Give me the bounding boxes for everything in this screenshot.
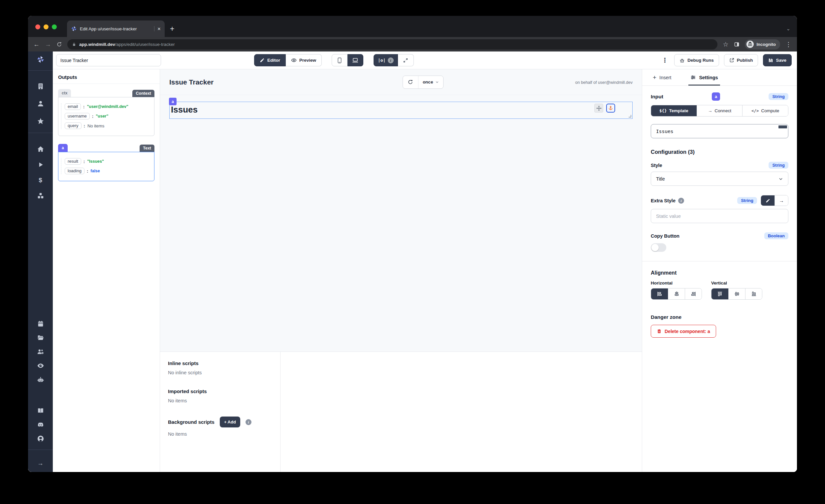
address-bar[interactable]: app.windmill.dev/apps/edit/u/user/issue-…	[67, 39, 718, 50]
resources-icon[interactable]	[36, 192, 45, 200]
save-button[interactable]: Save	[763, 54, 792, 66]
desktop-view-button[interactable]	[348, 54, 363, 66]
output-id-a[interactable]: a	[58, 144, 68, 152]
background-scripts-empty: No items	[168, 431, 272, 437]
template-mode-button[interactable]: ${} Template	[651, 105, 697, 116]
docs-book-icon[interactable]	[36, 407, 45, 415]
toggle-knob	[652, 244, 659, 251]
anchor-icon[interactable]	[606, 103, 615, 113]
preview-button[interactable]: Preview	[286, 54, 322, 66]
tab-settings[interactable]: Settings	[688, 69, 720, 85]
ai-robot-icon[interactable]	[36, 376, 45, 384]
text-component-a[interactable]: a Issues	[169, 102, 632, 119]
workspace-icon[interactable]	[36, 82, 45, 90]
refresh-icon[interactable]	[403, 76, 418, 88]
outputs-title: Outputs	[53, 69, 160, 84]
windmill-favicon-icon	[71, 26, 77, 32]
imported-scripts-empty: No items	[168, 398, 272, 403]
connect-arrow-button[interactable]: →	[774, 195, 788, 206]
variables-dollar-icon[interactable]: $	[36, 176, 45, 184]
align-center-v-button[interactable]	[728, 288, 745, 299]
new-tab-button[interactable]: +	[170, 25, 174, 33]
copy-button-toggle[interactable]	[651, 243, 666, 252]
runs-play-icon[interactable]	[36, 161, 45, 169]
refresh-control: once	[402, 76, 444, 89]
component-id-badge: a	[169, 98, 176, 105]
user-icon[interactable]	[36, 100, 45, 107]
more-options-kebab-icon[interactable]: ⋮	[660, 57, 669, 64]
align-right-button[interactable]	[685, 288, 701, 299]
output-card-ctx: ctx Context email : "user@windmill.dev"	[58, 89, 154, 136]
favorites-star-icon[interactable]	[36, 117, 45, 125]
groups-icon[interactable]	[36, 348, 45, 356]
github-icon[interactable]	[36, 435, 45, 443]
tab-close-icon[interactable]: ×	[157, 26, 161, 32]
align-bottom-button[interactable]	[745, 288, 762, 299]
align-center-h-button[interactable]	[668, 288, 685, 299]
discord-icon[interactable]	[36, 421, 45, 429]
resize-handle[interactable]	[629, 115, 631, 118]
tab-separator	[154, 26, 154, 31]
debug-runs-button[interactable]: Debug Runs	[674, 54, 719, 66]
vertical-label: Vertical	[711, 281, 762, 286]
app-canvas: Issue Tracker once	[160, 69, 642, 472]
extra-style-input[interactable]	[651, 209, 789, 223]
outputs-panel: Outputs ctx Context email	[53, 69, 160, 472]
input-mode-tabs: ${} Template → Connect </> Compute	[651, 105, 789, 117]
bookmark-star-icon[interactable]: ☆	[723, 41, 728, 48]
mobile-view-button[interactable]	[332, 54, 348, 66]
align-top-button[interactable]	[711, 288, 728, 299]
browser-menu-icon[interactable]: ⋮	[785, 41, 792, 48]
connect-mode-button[interactable]: → Connect	[697, 105, 743, 116]
collapse-sidebar-arrow-icon[interactable]: →	[36, 459, 45, 467]
output-row[interactable]: query : No items	[65, 123, 151, 129]
selected-component-badge: a	[712, 92, 720, 101]
incognito-label: Incognito	[757, 42, 776, 47]
background-scripts-title: Background scripts	[168, 419, 215, 425]
component-text: Issues	[171, 104, 198, 115]
schedules-calendar-icon[interactable]	[36, 320, 45, 328]
folders-icon[interactable]	[36, 334, 45, 342]
delete-component-button[interactable]: Delete component: a	[651, 325, 716, 338]
output-id-ctx[interactable]: ctx	[58, 89, 71, 97]
publish-button[interactable]: Publish	[724, 54, 758, 66]
compute-mode-button[interactable]: </> Compute	[742, 105, 788, 116]
audit-eye-icon[interactable]	[36, 362, 45, 370]
input-type-badge: String	[768, 93, 789, 100]
editor-button[interactable]: Editor	[254, 54, 286, 66]
tab-insert[interactable]: + Insert	[651, 69, 673, 85]
canvas-grid[interactable]: a Issues	[160, 95, 642, 352]
browser-tab[interactable]: Edit App u/user/issue-tracker ×	[67, 20, 165, 37]
scripts-panel: Inline scripts No inline scripts Importe…	[160, 352, 642, 472]
windmill-logo-icon[interactable]	[36, 56, 45, 63]
output-row[interactable]: loading : false	[65, 168, 151, 174]
style-label: Style	[651, 163, 662, 168]
incognito-badge: Incognito	[745, 39, 780, 50]
zoom-window-button[interactable]	[52, 24, 57, 29]
output-row[interactable]: email : "user@windmill.dev"	[65, 103, 151, 110]
back-icon[interactable]: ←	[33, 41, 40, 48]
align-left-button[interactable]	[651, 288, 668, 299]
static-edit-button[interactable]	[761, 195, 774, 206]
url-path: /apps/edit/u/user/issue-tracker	[115, 42, 175, 47]
browser-window: Edit App u/user/issue-tracker × + ⌄ ← → …	[28, 16, 797, 472]
output-row[interactable]: username : "user"	[65, 113, 151, 120]
close-window-button[interactable]	[35, 24, 40, 29]
template-code-editor[interactable]: Issues	[651, 124, 789, 138]
refresh-mode-dropdown[interactable]: once	[418, 76, 444, 88]
minimize-window-button[interactable]	[44, 24, 49, 29]
tab-strip-chevron-icon[interactable]: ⌄	[786, 26, 791, 32]
style-select[interactable]: Title	[651, 172, 789, 186]
add-background-script-button[interactable]: + Add	[220, 417, 240, 427]
url-text: app.windmill.dev/apps/edit/u/user/issue-…	[79, 41, 175, 47]
reload-icon[interactable]	[57, 42, 62, 47]
home-icon[interactable]	[36, 145, 45, 153]
forward-icon[interactable]: →	[45, 41, 51, 48]
move-handle-icon[interactable]	[594, 103, 603, 113]
side-panel-icon[interactable]	[734, 42, 740, 47]
app-name-input[interactable]	[56, 54, 161, 66]
output-row[interactable]: result : "Issues"	[65, 158, 151, 165]
fullscreen-button[interactable]	[398, 54, 414, 66]
incognito-icon	[746, 40, 754, 48]
outputs-debug-button[interactable]: |o| i	[374, 54, 398, 66]
